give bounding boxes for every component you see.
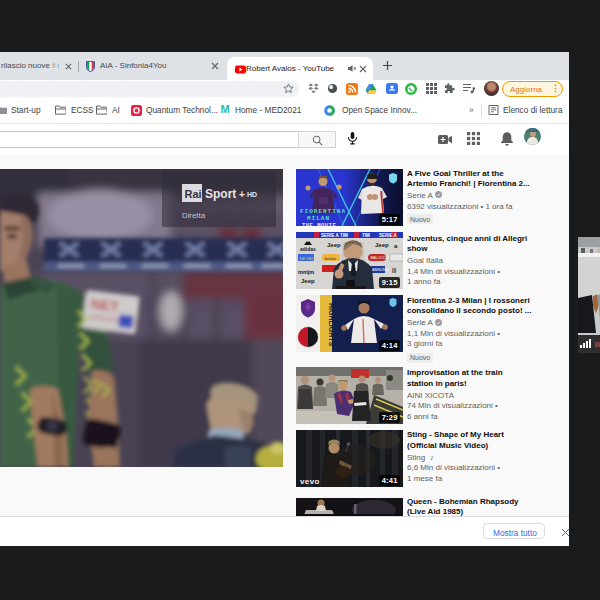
svg-text:SAMSUNG: SAMSUNG	[370, 268, 389, 272]
svg-text:TIM: TIM	[362, 233, 370, 238]
svg-text:betfair: betfair	[325, 256, 337, 261]
svg-text:HIGHLIGHTS: HIGHLIGHTS	[328, 303, 335, 346]
svg-text:FIORENTINA: FIORENTINA	[300, 208, 346, 215]
svg-text:MILAN: MILAN	[307, 215, 330, 222]
svg-text:SERIE A TIM: SERIE A TIM	[321, 233, 348, 238]
svg-text:Jeep: Jeep	[375, 242, 389, 248]
svg-text:SERIE A: SERIE A	[379, 233, 398, 238]
svg-text:vevo: vevo	[300, 477, 320, 486]
svg-text:Jeep: Jeep	[327, 242, 341, 248]
svg-text:mm|m: mm|m	[298, 269, 314, 275]
svg-text:Jeep: Jeep	[301, 278, 315, 284]
svg-text:THE MOVIE: THE MOVIE	[302, 222, 336, 226]
svg-text:adidas: adidas	[300, 246, 316, 252]
svg-text:BALOCCO: BALOCCO	[371, 256, 390, 260]
svg-text:|||: |||	[392, 267, 397, 273]
svg-text:DE CECCO: DE CECCO	[300, 256, 321, 261]
